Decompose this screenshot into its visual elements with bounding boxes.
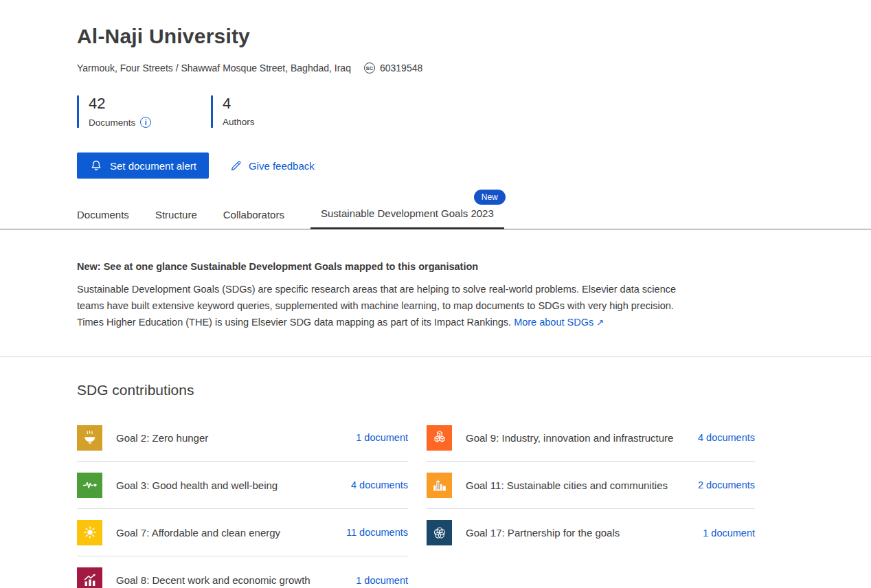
intro-lead: New: See at one glance Sustainable Devel…: [77, 261, 682, 272]
goal-8-row: Goal 8: Decent work and economic growth …: [77, 556, 408, 588]
goal-7-clean-energy-icon: [77, 520, 102, 545]
bell-icon: [89, 159, 103, 172]
goal-label: Goal 8: Decent work and economic growth: [116, 574, 356, 586]
goals-column-left: Goal 2: Zero hunger 1 document Goal 3: G…: [77, 414, 408, 588]
stat-authors: 4 Authors: [211, 95, 307, 128]
profile-header: Al-Naji University Yarmouk, Four Streets…: [0, 0, 871, 179]
new-badge: New: [474, 190, 506, 205]
goal-8-economic-growth-icon: [77, 567, 102, 588]
authors-count: 4: [223, 95, 307, 112]
scopus-id-icon: SC: [364, 63, 375, 74]
goal-3-row: Goal 3: Good health and well-being 4 doc…: [77, 462, 408, 509]
tab-structure[interactable]: Structure: [155, 209, 197, 229]
goal-17-partnership-icon: [427, 520, 452, 545]
goal-11-row: Goal 11: Sustainable cities and communit…: [427, 462, 755, 509]
sdg-contributions-heading: SDG contributions: [77, 382, 794, 398]
goals-column-right: Goal 9: Industry, innovation and infrast…: [427, 414, 755, 588]
documents-label-row: Documents i: [89, 117, 173, 128]
page-title: Al-Naji University: [77, 25, 794, 48]
set-document-alert-label: Set document alert: [110, 160, 196, 172]
goal-9-industry-innovation-icon: [427, 425, 452, 451]
stats-row: 42 Documents i 4 Authors: [77, 95, 794, 128]
documents-label: Documents: [89, 117, 135, 128]
address-line: Yarmouk, Four Streets / Shawwaf Mosque S…: [77, 63, 794, 74]
authors-label-row: Authors: [223, 117, 307, 127]
authors-label: Authors: [223, 117, 255, 127]
goals-grid: Goal 2: Zero hunger 1 document Goal 3: G…: [77, 414, 794, 588]
goal-8-documents-link[interactable]: 1 document: [356, 575, 408, 586]
more-about-sdgs-link[interactable]: More about SDGs: [514, 317, 593, 328]
goal-11-sustainable-cities-icon: [427, 473, 452, 498]
stat-documents: 42 Documents i: [77, 95, 173, 128]
actions-row: Set document alert Give feedback: [77, 152, 794, 179]
info-icon[interactable]: i: [140, 117, 151, 128]
goal-11-documents-link[interactable]: 2 documents: [698, 479, 755, 490]
pencil-icon: [229, 159, 242, 172]
goal-9-documents-link[interactable]: 4 documents: [698, 432, 755, 443]
goal-17-documents-link[interactable]: 1 document: [703, 528, 755, 539]
goal-7-row: Goal 7: Affordable and clean energy 11 d…: [77, 509, 408, 556]
tab-documents[interactable]: Documents: [77, 209, 129, 229]
goal-2-row: Goal 2: Zero hunger 1 document: [77, 414, 408, 462]
scopus-id-value: 60319548: [380, 63, 422, 74]
goal-9-row: Goal 9: Industry, innovation and infrast…: [427, 414, 755, 462]
goal-label: Goal 3: Good health and well-being: [116, 479, 351, 491]
goal-17-row: Goal 17: Partnership for the goals 1 doc…: [427, 509, 755, 556]
address-text: Yarmouk, Four Streets / Shawwaf Mosque S…: [77, 63, 351, 74]
give-feedback-link[interactable]: Give feedback: [229, 159, 315, 172]
set-document-alert-button[interactable]: Set document alert: [77, 152, 209, 179]
goal-3-good-health-icon: [77, 473, 102, 498]
goal-2-documents-link[interactable]: 1 document: [356, 432, 408, 443]
goal-label: Goal 7: Affordable and clean energy: [116, 527, 346, 539]
sdg-contributions-section: SDG contributions Goal 2: Zero hunger: [0, 357, 871, 588]
documents-count: 42: [89, 95, 173, 112]
tab-bar: Documents Structure Collaborators Sustai…: [0, 207, 871, 229]
goal-label: Goal 2: Zero hunger: [116, 432, 356, 444]
goal-2-zero-hunger-icon: [77, 425, 102, 451]
give-feedback-label: Give feedback: [249, 160, 315, 172]
goal-label: Goal 11: Sustainable cities and communit…: [466, 479, 698, 491]
goal-7-documents-link[interactable]: 11 documents: [346, 527, 408, 538]
tab-sustainable-development-goals[interactable]: Sustainable Development Goals 2023 New: [310, 207, 504, 229]
goal-3-documents-link[interactable]: 4 documents: [351, 479, 408, 490]
intro-body: Sustainable Development Goals (SDGs) are…: [77, 281, 682, 331]
goal-label: Goal 9: Industry, innovation and infrast…: [466, 432, 698, 444]
goal-label: Goal 17: Partnership for the goals: [466, 527, 703, 539]
tab-sdg-label: Sustainable Development Goals 2023: [321, 207, 494, 219]
sdg-intro-section: New: See at one glance Sustainable Devel…: [0, 229, 871, 357]
external-link-icon: ↗: [596, 317, 604, 328]
tab-collaborators[interactable]: Collaborators: [223, 209, 284, 229]
